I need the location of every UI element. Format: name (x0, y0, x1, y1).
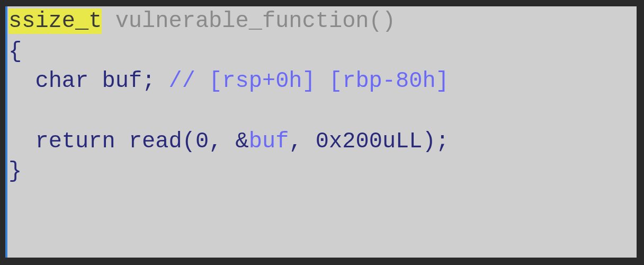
code-token-function-name: vulnerable_function (115, 8, 369, 34)
code-token-indent (8, 129, 35, 154)
code-token-type: char (35, 68, 88, 94)
code-token-space (222, 129, 235, 154)
code-token-call: read (129, 129, 182, 154)
code-token-keyword-return: return (35, 129, 115, 154)
code-token-reference: buf (249, 129, 289, 154)
decompiler-code-pane[interactable]: ssize_t vulnerable_function() { char buf… (5, 6, 637, 258)
code-token-indent (8, 68, 35, 94)
code-token-space (102, 8, 115, 34)
code-token-brace-close: } (8, 158, 22, 184)
code-token-comma: , (289, 129, 302, 154)
code-token-space (115, 129, 129, 154)
code-token-space (88, 68, 102, 94)
code-token-space (155, 68, 168, 94)
code-token-semicolon: ; (436, 129, 449, 154)
code-token-type-highlighted: ssize_t (8, 8, 102, 34)
code-token-ampersand: & (236, 129, 249, 154)
code-token-number-hex: 0x200uLL (316, 129, 423, 154)
code-token-parens: () (369, 8, 396, 34)
code-token-space (302, 129, 316, 154)
code-token-semicolon: ; (142, 68, 155, 94)
code-token-number: 0 (195, 129, 209, 154)
code-token-paren-close: ) (423, 129, 436, 154)
code-token-brace-open: { (8, 39, 22, 64)
code-content: ssize_t vulnerable_function() { char buf… (7, 6, 637, 187)
code-token-comment: // [rsp+0h] [rbp-80h] (169, 68, 449, 94)
code-token-paren-open: ( (182, 129, 195, 154)
code-token-comma: , (209, 129, 222, 154)
code-token-variable: buf (102, 68, 142, 94)
